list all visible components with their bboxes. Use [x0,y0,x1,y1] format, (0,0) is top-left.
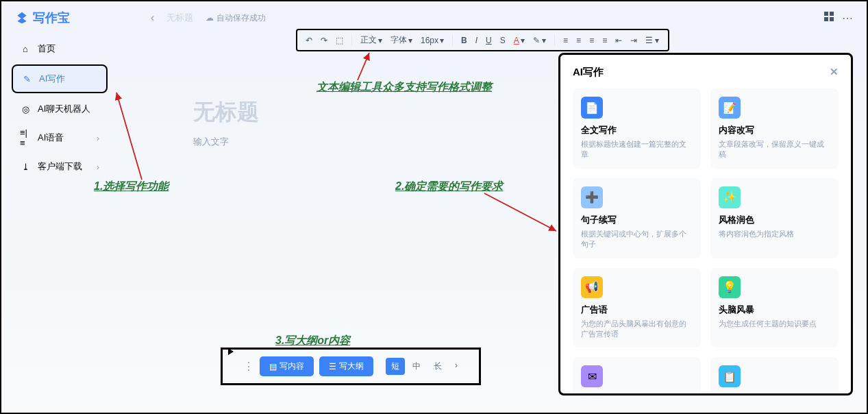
autosave-text: 自动保存成功 [216,12,266,24]
editor-toolbar: ↶ ↷ ⬚ 正文 ▾ 字体 ▾ 16px ▾ B I U S A ▾ ✎ ▾ ≡… [296,29,669,51]
sidebar-item-label: 首页 [38,42,55,55]
ai-panel-title: AI写作 [573,66,604,79]
format-paint-icon[interactable]: ⬚ [336,36,343,45]
brand-logo: 写作宝 [15,10,70,26]
length-mid[interactable]: 中 [407,358,426,375]
autosave-status: ☁ 自动保存成功 [206,12,266,24]
write-content-button[interactable]: ▤ 写内容 [260,356,314,376]
more-vertical-icon[interactable]: ⋮ [243,360,254,373]
ai-writing-panel: AI写作 ✕ 📄全文写作根据标题快速创建一篇完整的文章 📝内容改写文章段落改写，… [558,53,853,395]
editor-body-placeholder[interactable]: 输入文字 [193,136,501,148]
chevron-right-icon: › [97,133,99,143]
annotation-1: 1.选择写作功能 [94,180,169,194]
sidebar-item-download[interactable]: ⤓ 客户端下载 › [12,154,108,180]
sidebar-item-voice[interactable]: ≡|≡ AI语音 › [12,125,108,151]
align-center-icon[interactable]: ≡ [576,36,581,45]
brand-name: 写作宝 [33,10,70,26]
list-icon[interactable]: ☰ ▾ [645,36,659,45]
ai-card-extra2[interactable]: 📋 [710,357,839,395]
logo-icon [15,11,29,25]
ai-card-rewrite[interactable]: 📝内容改写文章段落改写，保留原义一键成稿 [710,88,839,169]
size-select[interactable]: 16px ▾ [421,36,444,45]
polish-icon: ✨ [719,186,741,208]
font-color-icon[interactable]: A ▾ [514,36,525,45]
arrow-toolbar [354,49,375,84]
edit-icon: ✎ [21,73,32,84]
doc-title: 无标题 [166,12,193,24]
ai-card-full-writing[interactable]: 📄全文写作根据标题快速创建一篇完整的文章 [573,88,701,169]
continue-icon: ➕ [581,186,603,208]
rewrite-icon: 📝 [719,97,741,119]
feature-icon: 📋 [719,365,741,387]
more-icon[interactable]: ⋯ [842,12,853,25]
indent-decrease-icon[interactable]: ⇤ [615,36,622,45]
arrow-2 [481,190,563,238]
sidebar-item-label: AI聊天机器人 [38,103,90,115]
align-left-icon[interactable]: ≡ [563,36,568,45]
sidebar-item-label: AI语音 [38,132,64,144]
doc-icon: ▤ [269,362,277,372]
font-select[interactable]: 字体 ▾ [390,34,412,46]
ai-card-extra1[interactable]: ✉ [573,357,701,395]
sidebar-item-ai-writing[interactable]: ✎ AI写作 [12,64,108,93]
style-select[interactable]: 正文 ▾ [360,34,382,46]
length-long[interactable]: 长 [428,358,447,375]
editor-area[interactable]: 无标题 输入文字 [193,97,501,148]
chevron-right-icon[interactable]: › [449,358,463,375]
play-icon [228,348,234,355]
align-right-icon[interactable]: ≡ [589,36,594,45]
ai-card-grid: 📄全文写作根据标题快速创建一篇完整的文章 📝内容改写文章段落改写，保留原义一键成… [573,88,839,395]
back-arrow[interactable]: ‹ [151,12,154,24]
strike-icon[interactable]: S [500,36,506,45]
cloud-icon: ☁ [206,13,214,23]
write-outline-button[interactable]: ☰ 写大纲 [319,356,373,376]
undo-icon[interactable]: ↶ [306,36,312,45]
underline-icon[interactable]: U [486,36,492,45]
top-right-actions: ⋯ [824,12,853,25]
sidebar-item-chatbot[interactable]: ◎ AI聊天机器人 [12,96,108,122]
ai-card-continue[interactable]: ➕句子续写根据关键词或中心句，扩展多个句子 [573,178,701,258]
chevron-right-icon: › [97,162,99,172]
list-icon: ☰ [329,362,336,372]
bottom-toolbar: ⋮ ▤ 写内容 ☰ 写大纲 短 中 长 › [221,348,481,385]
editor-title-placeholder[interactable]: 无标题 [193,97,501,127]
sidebar-item-home[interactable]: ⌂ 首页 [12,36,108,62]
home-icon: ⌂ [20,43,31,54]
arrow-1 [111,87,152,183]
redo-icon[interactable]: ↷ [321,36,327,45]
apps-icon[interactable] [824,12,834,21]
chat-icon: ◎ [20,103,31,114]
bold-icon[interactable]: B [461,36,467,45]
close-icon[interactable]: ✕ [830,66,839,79]
length-short[interactable]: 短 [386,358,405,375]
ai-card-brainstorm[interactable]: 💡头脑风暴为您生成任何主题的知识要点 [710,268,839,348]
sidebar-item-label: 客户端下载 [38,160,82,173]
sidebar-item-label: AI写作 [39,73,65,85]
annotation-3: 3.写大纲or内容 [275,334,350,348]
brainstorm-icon: 💡 [719,276,741,298]
download-icon: ⤓ [20,161,31,172]
ai-card-polish[interactable]: ✨风格润色将内容润色为指定风格 [710,178,839,258]
align-justify-icon[interactable]: ≡ [602,36,607,45]
annotation-2: 2.确定需要的写作要求 [395,180,503,194]
indent-increase-icon[interactable]: ⇥ [630,36,637,45]
ai-card-ad[interactable]: 📢广告语为您的产品头脑风暴出有创意的广告宣传语 [573,268,701,348]
doc-icon: 📄 [581,97,603,119]
italic-icon[interactable]: I [475,36,478,45]
sidebar: ⌂ 首页 ✎ AI写作 ◎ AI聊天机器人 ≡|≡ AI语音 › ⤓ 客户端下载… [12,36,108,182]
voice-icon: ≡|≡ [20,132,31,143]
highlight-icon[interactable]: ✎ ▾ [533,36,546,45]
ad-icon: 📢 [581,276,603,298]
annotation-toolbar: 文本编辑工具众多支持写作格式调整 [317,80,492,95]
feature-icon: ✉ [581,365,603,387]
